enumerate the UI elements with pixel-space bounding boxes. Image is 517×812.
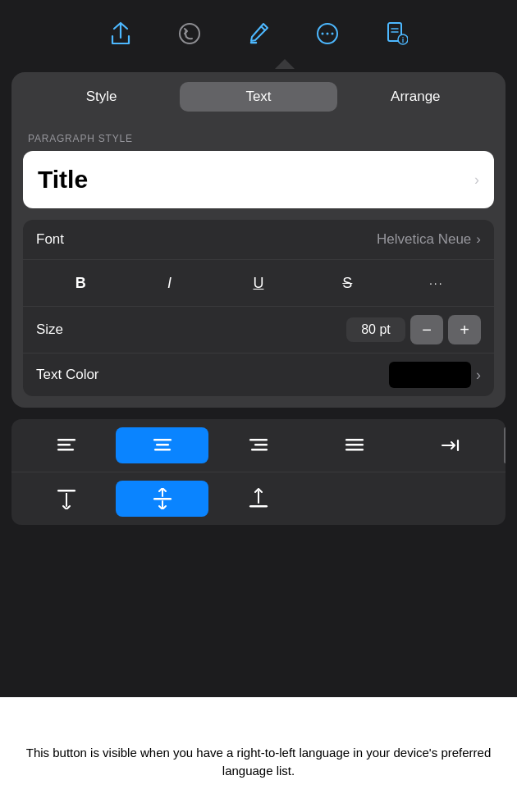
valign-bottom-button[interactable] <box>212 481 304 517</box>
svg-rect-16 <box>249 439 268 441</box>
italic-button[interactable]: I <box>152 268 188 298</box>
valign-top-button[interactable] <box>20 481 112 517</box>
svg-rect-14 <box>156 444 169 446</box>
rtl-align-button[interactable] <box>405 427 497 463</box>
svg-rect-21 <box>345 449 364 451</box>
alignment-section <box>11 419 506 525</box>
font-row[interactable]: Font Helvetica Neue › <box>23 220 494 260</box>
size-value: 80 pt <box>346 317 405 342</box>
svg-rect-10 <box>57 439 75 441</box>
font-section: Font Helvetica Neue › B I U S ··· Size 8… <box>23 220 494 396</box>
svg-rect-13 <box>153 439 172 441</box>
svg-rect-20 <box>345 444 364 446</box>
paragraph-style-row[interactable]: Title › <box>23 151 494 208</box>
brush-icon[interactable] <box>244 19 273 48</box>
style-row: B I U S ··· <box>23 260 494 307</box>
svg-point-2 <box>322 33 324 35</box>
document-icon[interactable]: i <box>382 19 411 48</box>
valign-empty-1 <box>309 481 401 517</box>
align-left-button[interactable] <box>20 427 112 463</box>
more-icon[interactable] <box>313 19 342 48</box>
more-styles-button[interactable]: ··· <box>419 268 455 298</box>
svg-rect-22 <box>57 490 75 492</box>
paragraph-style-value: Title <box>38 166 88 194</box>
share-icon[interactable] <box>106 19 135 48</box>
svg-point-3 <box>327 33 329 35</box>
color-swatch-container: › <box>389 362 481 388</box>
svg-text:i: i <box>402 36 405 44</box>
font-chevron-icon: › <box>476 231 481 248</box>
svg-rect-11 <box>57 444 71 446</box>
svg-rect-12 <box>57 449 74 451</box>
scroll-handle <box>504 427 506 463</box>
valign-middle-button[interactable] <box>116 481 208 517</box>
align-right-button[interactable] <box>212 427 304 463</box>
size-decrease-button[interactable]: − <box>410 315 443 344</box>
color-label: Text Color <box>36 367 99 383</box>
size-increase-button[interactable]: + <box>448 315 481 344</box>
svg-point-0 <box>180 24 199 43</box>
tab-style[interactable]: Style <box>23 82 180 112</box>
vertical-align-row <box>11 472 506 525</box>
svg-rect-17 <box>254 444 268 446</box>
valign-empty-2 <box>405 481 497 517</box>
undo-icon[interactable] <box>175 19 204 48</box>
underline-button[interactable]: U <box>240 268 277 298</box>
svg-rect-25 <box>249 505 268 508</box>
strikethrough-button[interactable]: S <box>329 268 365 298</box>
top-toolbar: i <box>0 0 517 59</box>
panel-arrow <box>275 59 295 69</box>
color-row[interactable]: Text Color › <box>23 354 494 396</box>
align-center-button[interactable] <box>116 427 208 463</box>
tab-arrange[interactable]: Arrange <box>337 82 494 112</box>
svg-rect-18 <box>251 449 268 451</box>
paragraph-style-label: PARAGRAPH STYLE <box>11 121 506 151</box>
tab-bar: Style Text Arrange <box>11 72 506 121</box>
size-row: Size 80 pt − + <box>23 307 494 354</box>
align-justify-button[interactable] <box>309 427 401 463</box>
svg-rect-19 <box>345 439 364 441</box>
color-chevron-icon: › <box>476 367 481 384</box>
size-controls: 80 pt − + <box>346 315 481 344</box>
tab-text[interactable]: Text <box>180 82 336 112</box>
font-value: Helvetica Neue › <box>377 231 481 248</box>
color-swatch <box>389 362 471 388</box>
svg-point-4 <box>332 33 334 35</box>
bold-button[interactable]: B <box>62 268 98 298</box>
size-label: Size <box>36 322 63 338</box>
paragraph-chevron-icon: › <box>474 171 479 189</box>
svg-rect-24 <box>153 498 172 500</box>
bottom-note: This button is visible when you have a r… <box>0 697 517 812</box>
font-label: Font <box>36 231 64 248</box>
horizontal-align-row <box>11 419 506 472</box>
main-panel: Style Text Arrange PARAGRAPH STYLE Title… <box>11 72 506 408</box>
svg-rect-15 <box>154 449 171 451</box>
